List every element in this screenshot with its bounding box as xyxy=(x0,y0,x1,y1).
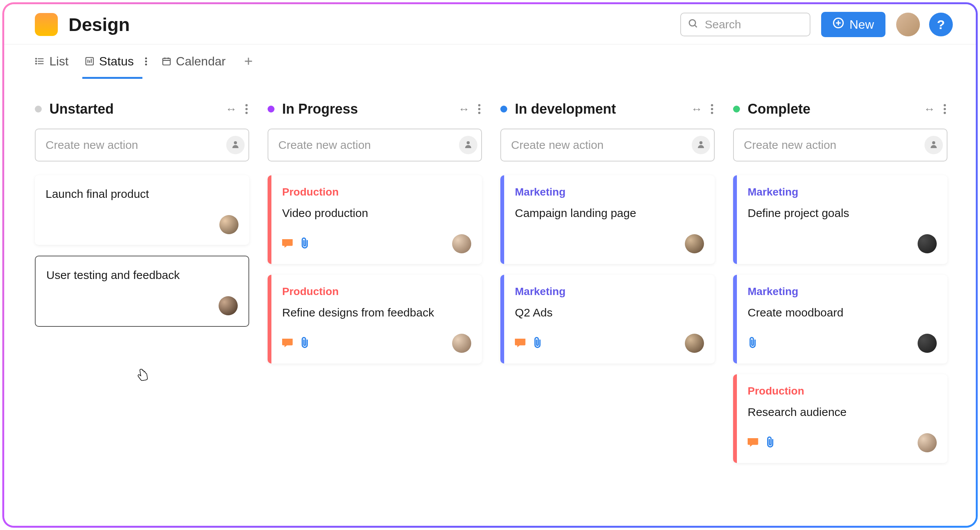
column-unstarted: Unstarted↔Launch final productUser testi… xyxy=(35,101,249,474)
card-footer xyxy=(515,334,704,353)
column-header: In Progress↔ xyxy=(268,101,482,117)
card-title: Refine designs from feedback xyxy=(282,305,471,321)
tab-list[interactable]: List xyxy=(35,44,69,78)
comment-icon[interactable] xyxy=(282,337,294,349)
tab-calendar[interactable]: Calendar xyxy=(162,44,226,78)
attachment-icon[interactable] xyxy=(300,337,310,350)
column-in-progress: In Progress↔ProductionVideo productionPr… xyxy=(268,101,482,474)
tab-label: Status xyxy=(99,54,134,68)
comment-icon[interactable] xyxy=(282,238,294,250)
assignee-avatar[interactable] xyxy=(452,234,471,253)
card-footer xyxy=(282,334,471,353)
svg-point-22 xyxy=(467,141,470,144)
card-title: Q2 Ads xyxy=(515,305,704,321)
card-stripe xyxy=(733,175,737,264)
assignee-avatar[interactable] xyxy=(685,334,704,353)
tab-label: List xyxy=(49,54,69,68)
svg-point-0 xyxy=(689,20,695,26)
create-action-input[interactable] xyxy=(744,139,924,152)
attachment-icon[interactable] xyxy=(532,337,542,350)
column-title: Unstarted xyxy=(49,101,225,117)
task-card[interactable]: ProductionRefine designs from feedback xyxy=(268,275,482,364)
card-category: Marketing xyxy=(748,285,937,298)
svg-point-10 xyxy=(36,63,36,64)
column-more-button[interactable] xyxy=(709,101,715,117)
column-title: Complete xyxy=(748,101,924,117)
comment-icon[interactable] xyxy=(515,337,526,349)
column-more-button[interactable] xyxy=(244,101,249,117)
column-title: In development xyxy=(515,101,691,117)
card-stripe xyxy=(733,275,737,364)
assignee-avatar[interactable] xyxy=(918,433,937,452)
task-card[interactable]: Launch final product xyxy=(35,175,249,245)
svg-point-9 xyxy=(36,61,36,62)
help-button[interactable]: ? xyxy=(929,13,953,36)
create-action-input[interactable] xyxy=(278,139,459,152)
card-stripe xyxy=(268,175,271,264)
resize-column-icon[interactable]: ↔ xyxy=(924,103,934,116)
user-avatar[interactable] xyxy=(896,13,920,36)
resize-column-icon[interactable]: ↔ xyxy=(458,103,469,116)
assignee-avatar[interactable] xyxy=(918,234,937,253)
card-category: Production xyxy=(748,385,937,397)
search-icon xyxy=(688,18,699,31)
svg-point-24 xyxy=(932,141,935,144)
column-more-button[interactable] xyxy=(942,101,947,117)
resize-column-icon[interactable]: ↔ xyxy=(225,103,236,116)
card-title: Create moodboard xyxy=(748,305,937,321)
task-card[interactable]: MarketingDefine project goals xyxy=(733,175,947,264)
person-icon xyxy=(929,140,938,150)
resize-column-icon[interactable]: ↔ xyxy=(691,103,702,116)
kanban-board: Unstarted↔Launch final productUser testi… xyxy=(4,78,976,474)
task-card[interactable]: User testing and feedback xyxy=(35,256,249,327)
create-action-row[interactable] xyxy=(500,129,715,161)
assignee-avatar[interactable] xyxy=(219,215,238,234)
column-header: Complete↔ xyxy=(733,101,947,117)
card-footer xyxy=(748,234,937,253)
column-more-button[interactable] xyxy=(477,101,482,117)
tab-status-more[interactable] xyxy=(142,56,150,67)
card-title: Research audience xyxy=(748,404,937,420)
task-card[interactable]: MarketingCampaign landing page xyxy=(500,175,715,264)
attachment-icon[interactable] xyxy=(748,337,758,350)
assignee-avatar[interactable] xyxy=(918,334,937,353)
column-header: Unstarted↔ xyxy=(35,101,249,117)
column-complete: Complete↔MarketingDefine project goalsMa… xyxy=(733,101,947,474)
create-action-row[interactable] xyxy=(733,129,947,161)
task-card[interactable]: ProductionVideo production xyxy=(268,175,482,264)
new-button[interactable]: New xyxy=(821,12,885,37)
status-dot-icon xyxy=(500,106,507,113)
tab-label: Calendar xyxy=(176,54,226,68)
create-action-row[interactable] xyxy=(35,129,249,161)
assignee-avatar[interactable] xyxy=(685,234,704,253)
tab-status[interactable]: Status xyxy=(85,44,134,78)
task-card[interactable]: MarketingCreate moodboard xyxy=(733,275,947,364)
assign-user-button[interactable] xyxy=(459,136,477,154)
card-footer xyxy=(46,296,238,315)
assign-user-button[interactable] xyxy=(692,136,710,154)
card-title: Campaign landing page xyxy=(515,205,704,221)
task-card[interactable]: MarketingQ2 Ads xyxy=(500,275,715,364)
create-action-input[interactable] xyxy=(46,139,226,152)
search-box[interactable] xyxy=(680,13,810,36)
assign-user-button[interactable] xyxy=(226,136,245,154)
comment-icon[interactable] xyxy=(748,437,759,449)
column-header: In development↔ xyxy=(500,101,715,117)
header: Design New ? xyxy=(4,4,976,44)
attachment-icon[interactable] xyxy=(765,436,775,449)
assignee-avatar[interactable] xyxy=(452,334,471,353)
card-stripe xyxy=(500,175,504,264)
create-action-row[interactable] xyxy=(268,129,482,161)
column-title: In Progress xyxy=(282,101,458,117)
card-footer xyxy=(748,433,937,452)
create-action-input[interactable] xyxy=(511,139,692,152)
assign-user-button[interactable] xyxy=(924,136,943,154)
card-stripe xyxy=(500,275,504,364)
card-title: Video production xyxy=(282,205,471,221)
add-view-button[interactable] xyxy=(242,54,255,68)
attachment-icon[interactable] xyxy=(300,237,310,250)
task-card[interactable]: ProductionResearch audience xyxy=(733,374,947,463)
view-tabs: List Status Calendar xyxy=(4,44,976,78)
assignee-avatar[interactable] xyxy=(219,296,238,315)
svg-line-1 xyxy=(694,25,697,28)
